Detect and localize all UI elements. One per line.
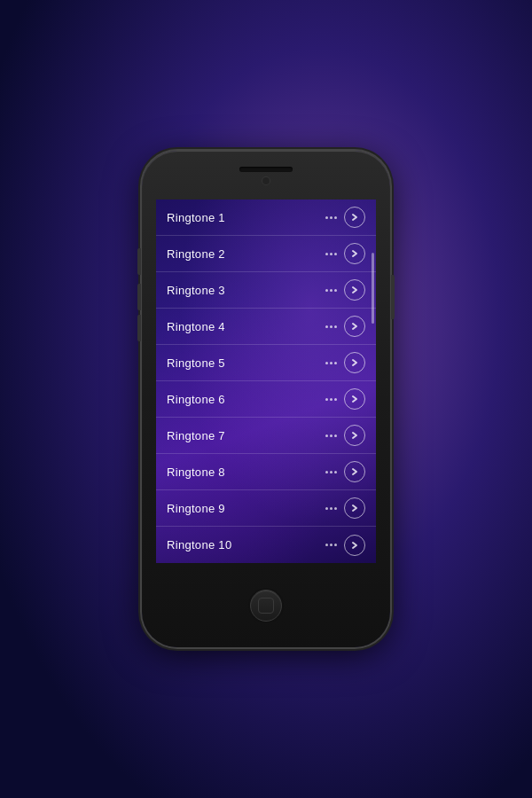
play-button-3[interactable]: [344, 279, 365, 301]
ringtone-label-4: Ringtone 4: [167, 320, 225, 333]
more-options-icon-5[interactable]: [325, 362, 337, 364]
item-right-8: [325, 461, 365, 482]
ringtone-label-1: Ringtone 1: [167, 211, 225, 224]
ringtone-label-2: Ringtone 2: [167, 247, 225, 261]
phone-screen: Ringtone 1Ringtone 2Ringtone 3Ringtone 4…: [156, 200, 376, 563]
ringtone-item-8[interactable]: Ringtone 8: [156, 454, 376, 490]
phone-top: [142, 151, 390, 200]
item-right-7: [325, 425, 365, 446]
item-right-10: [325, 535, 365, 556]
ringtone-item-10[interactable]: Ringtone 10: [156, 527, 376, 563]
item-right-4: [325, 316, 365, 337]
play-button-1[interactable]: [344, 207, 365, 228]
play-button-4[interactable]: [344, 316, 365, 337]
play-button-9[interactable]: [344, 497, 365, 519]
more-options-icon-10[interactable]: [325, 544, 337, 546]
ringtone-item-9[interactable]: Ringtone 9: [156, 490, 376, 527]
more-options-icon-9[interactable]: [325, 507, 337, 510]
ringtone-label-3: Ringtone 3: [167, 284, 225, 297]
more-options-icon-7[interactable]: [325, 434, 337, 437]
play-button-5[interactable]: [344, 352, 365, 373]
ringtone-item-4[interactable]: Ringtone 4: [156, 309, 376, 345]
speaker-slot: [239, 167, 293, 172]
ringtone-item-2[interactable]: Ringtone 2: [156, 236, 376, 272]
ringtone-item-3[interactable]: Ringtone 3: [156, 272, 376, 309]
front-camera: [262, 177, 270, 184]
play-button-6[interactable]: [344, 388, 365, 410]
more-options-icon-6[interactable]: [325, 398, 337, 401]
ringtone-item-1[interactable]: Ringtone 1: [156, 200, 376, 236]
item-right-9: [325, 497, 365, 519]
item-right-6: [325, 388, 365, 410]
home-button[interactable]: [250, 590, 282, 622]
more-options-icon-1[interactable]: [325, 216, 337, 219]
ringtone-item-5[interactable]: Ringtone 5: [156, 345, 376, 381]
more-options-icon-3[interactable]: [325, 289, 337, 292]
phone-device: Ringtone 1Ringtone 2Ringtone 3Ringtone 4…: [142, 151, 390, 647]
ringtone-label-10: Ringtone 10: [167, 538, 231, 552]
item-right-1: [325, 207, 365, 228]
play-button-7[interactable]: [344, 425, 365, 446]
item-right-5: [325, 352, 365, 373]
more-options-icon-2[interactable]: [325, 253, 337, 255]
play-button-10[interactable]: [344, 535, 365, 556]
ringtone-item-7[interactable]: Ringtone 7: [156, 418, 376, 454]
scroll-indicator: [372, 253, 374, 324]
play-button-8[interactable]: [344, 461, 365, 482]
ringtone-item-6[interactable]: Ringtone 6: [156, 381, 376, 418]
phone-bottom: [250, 563, 282, 647]
ringtone-label-8: Ringtone 8: [167, 466, 225, 479]
ringtone-label-9: Ringtone 9: [167, 502, 225, 515]
item-right-3: [325, 279, 365, 301]
ringtone-label-5: Ringtone 5: [167, 356, 225, 370]
more-options-icon-4[interactable]: [325, 325, 337, 328]
ringtone-label-6: Ringtone 6: [167, 393, 225, 406]
play-button-2[interactable]: [344, 243, 365, 264]
ringtone-label-7: Ringtone 7: [167, 429, 225, 442]
ringtone-list: Ringtone 1Ringtone 2Ringtone 3Ringtone 4…: [156, 200, 376, 563]
more-options-icon-8[interactable]: [325, 471, 337, 473]
item-right-2: [325, 243, 365, 264]
home-button-inner: [258, 598, 274, 614]
